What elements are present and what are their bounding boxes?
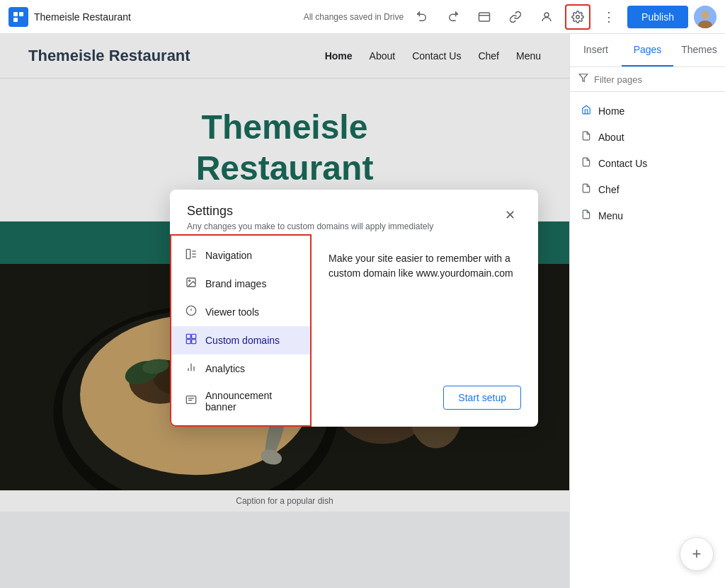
more-icon: ⋮: [603, 9, 615, 25]
filter-pages-input[interactable]: [594, 74, 717, 85]
page-item-menu-label: Menu: [598, 210, 623, 221]
custom-domains-icon: [185, 333, 197, 347]
right-panel-tabs: Insert Pages Themes: [570, 34, 725, 67]
svg-point-29: [189, 280, 190, 282]
page-item-home-label: Home: [598, 105, 624, 117]
add-page-button[interactable]: +: [680, 537, 714, 571]
dialog-title: Settings: [187, 204, 433, 219]
right-panel: Insert Pages Themes Home About: [569, 34, 725, 588]
settings-content-text: Make your site easier to remember with a…: [329, 251, 521, 281]
svg-point-8: [701, 11, 709, 19]
settings-dialog: Settings Any changes you make to custom …: [170, 190, 538, 427]
svg-point-6: [576, 15, 580, 18]
svg-rect-36: [192, 340, 196, 344]
filter-bar: [570, 67, 725, 92]
settings-item-brand-images-label: Brand images: [205, 278, 266, 289]
dialog-close-button[interactable]: ✕: [498, 204, 521, 226]
page-item-contact-label: Contact Us: [598, 158, 647, 169]
page-item-about-label: About: [598, 132, 624, 143]
page-item-about[interactable]: About: [570, 124, 725, 150]
filter-icon: [578, 73, 588, 86]
dialog-overlay: Settings Any changes you make to custom …: [0, 34, 569, 588]
settings-item-analytics[interactable]: Analytics: [171, 354, 310, 383]
svg-rect-2: [13, 18, 18, 22]
settings-sidebar: Navigation Brand images: [170, 234, 312, 427]
svg-rect-1: [19, 12, 23, 16]
settings-item-announcement-banner-label: Announcement banner: [205, 390, 296, 413]
viewer-tools-icon: [185, 305, 197, 319]
tab-insert[interactable]: Insert: [570, 34, 622, 67]
svg-rect-33: [186, 334, 190, 338]
page-icon-menu: [581, 209, 591, 221]
settings-item-announcement-banner[interactable]: Announcement banner: [171, 383, 310, 420]
settings-button[interactable]: [565, 4, 590, 30]
page-item-menu[interactable]: Menu: [570, 202, 725, 229]
settings-item-viewer-tools[interactable]: Viewer tools: [171, 298, 310, 326]
preview-button[interactable]: [472, 4, 497, 30]
dialog-body: Navigation Brand images: [170, 234, 538, 427]
brand-images-icon: [185, 277, 197, 291]
page-item-chef[interactable]: Chef: [570, 176, 725, 202]
page-item-home[interactable]: Home: [570, 98, 725, 124]
link-button[interactable]: [503, 4, 528, 30]
page-icon-about: [581, 131, 591, 143]
main-layout: Themeisle Restaurant Home About Contact …: [0, 34, 725, 588]
save-status: All changes saved in Drive: [304, 12, 404, 22]
toolbar: Themeisle Restaurant All changes saved i…: [0, 0, 725, 34]
document-title: Themeisle Restaurant: [34, 11, 131, 23]
svg-rect-35: [186, 340, 190, 344]
undo-button[interactable]: [409, 4, 435, 30]
website-preview: Themeisle Restaurant Home About Contact …: [0, 34, 569, 588]
page-item-chef-label: Chef: [598, 184, 620, 195]
svg-point-5: [544, 13, 549, 17]
redo-button[interactable]: [440, 4, 466, 30]
start-setup-button[interactable]: Start setup: [443, 386, 521, 410]
navigation-icon: [185, 248, 197, 263]
settings-item-navigation[interactable]: Navigation: [171, 241, 310, 270]
settings-content: Make your site easier to remember with a…: [312, 234, 538, 427]
user-avatar[interactable]: [694, 6, 717, 28]
settings-item-brand-images[interactable]: Brand images: [171, 270, 310, 298]
svg-marker-43: [579, 74, 588, 82]
announcement-banner-icon: [185, 394, 197, 408]
analytics-icon: [185, 362, 197, 376]
settings-item-custom-domains[interactable]: Custom domains: [171, 326, 310, 354]
settings-item-viewer-tools-label: Viewer tools: [205, 306, 259, 318]
settings-item-analytics-label: Analytics: [205, 363, 245, 374]
app-logo: [8, 7, 28, 27]
tab-themes[interactable]: Themes: [673, 34, 725, 67]
dialog-subtitle: Any changes you make to custom domains w…: [187, 221, 433, 231]
svg-rect-24: [186, 249, 190, 258]
settings-item-custom-domains-label: Custom domains: [205, 335, 280, 346]
share-button[interactable]: [534, 4, 559, 30]
pages-list: Home About Contact Us Chef: [570, 92, 725, 588]
settings-item-navigation-label: Navigation: [205, 250, 252, 261]
page-icon-contact: [581, 157, 591, 169]
svg-rect-34: [192, 334, 196, 338]
svg-rect-0: [13, 12, 18, 16]
home-icon: [581, 105, 591, 117]
svg-rect-3: [479, 13, 490, 21]
page-item-contact[interactable]: Contact Us: [570, 150, 725, 176]
publish-button[interactable]: Publish: [627, 6, 688, 28]
page-icon-chef: [581, 183, 591, 195]
tab-pages[interactable]: Pages: [622, 34, 673, 67]
dialog-header: Settings Any changes you make to custom …: [170, 190, 538, 234]
more-options-button[interactable]: ⋮: [596, 4, 622, 30]
